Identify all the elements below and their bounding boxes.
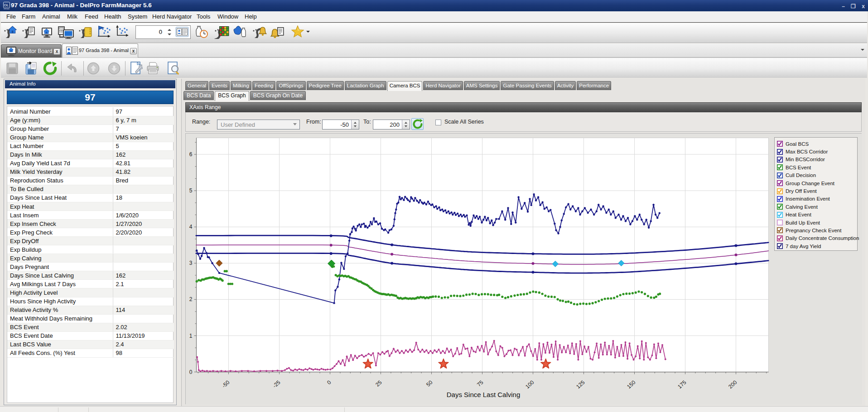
svg-text:1: 1 xyxy=(189,333,193,339)
svg-text:6: 6 xyxy=(189,151,193,158)
svg-text:4: 4 xyxy=(189,224,193,230)
svg-text:3: 3 xyxy=(189,260,193,266)
svg-text:0: 0 xyxy=(189,369,193,375)
svg-text:5: 5 xyxy=(189,187,193,194)
svg-text:DL: DL xyxy=(4,3,9,7)
svg-text:DeLaval: DeLaval xyxy=(4,8,10,10)
svg-text:Days Since Last Calving: Days Since Last Calving xyxy=(447,391,521,398)
svg-text:2: 2 xyxy=(189,296,193,302)
